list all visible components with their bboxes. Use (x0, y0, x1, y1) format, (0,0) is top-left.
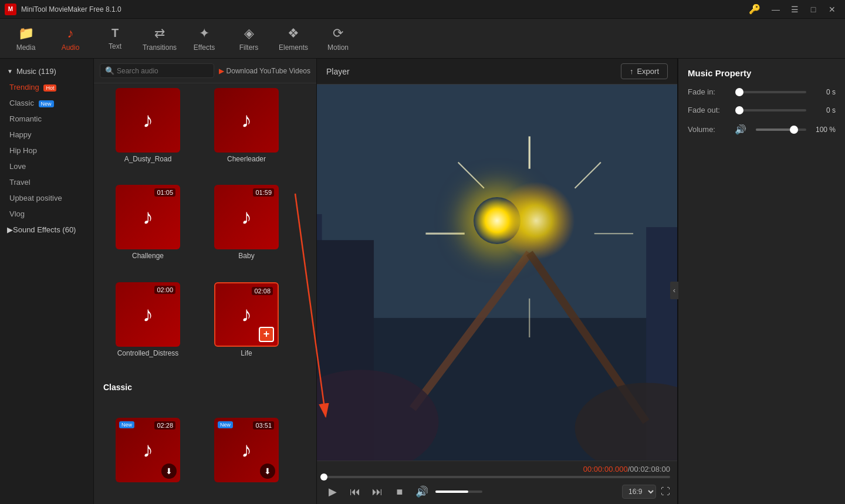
effects-icon: ✦ (199, 26, 209, 41)
volume-label: Volume: (688, 125, 735, 134)
media-icon: 📁 (18, 26, 34, 41)
music-note-challenge: ♪ (143, 205, 153, 229)
restore-button[interactable]: □ (805, 3, 822, 16)
sidebar-item-romantic[interactable]: Romantic (0, 111, 93, 127)
properties-title: Music Property (688, 68, 836, 78)
youtube-download-button[interactable]: ▶ Download YouTube Videos (219, 67, 310, 75)
audio-thumb-classic1[interactable]: New ♪ 02:28 ⬇ (116, 418, 180, 482)
fade-out-row: Fade out: 0 s (688, 106, 836, 114)
audio-card-dusty-road: ♪ A_Dusty_Road (101, 88, 195, 180)
add-to-timeline-button[interactable]: + (259, 327, 274, 342)
audio-thumb-classic2[interactable]: New ♪ 03:51 ⬇ (214, 418, 279, 482)
tab-audio[interactable]: ♪ Audio (49, 22, 92, 56)
fade-in-slider[interactable] (739, 91, 806, 93)
audio-thumb-life[interactable]: ♪ 02:08 + (214, 282, 279, 347)
sidebar-item-trending[interactable]: Trending Hot (0, 79, 93, 95)
life-duration: 02:08 (252, 287, 273, 295)
audio-thumb-challenge[interactable]: ♪ 01:05 (116, 185, 180, 249)
volume-fill (435, 491, 468, 493)
love-label: Love (9, 162, 26, 171)
motion-icon: ⟳ (333, 26, 343, 41)
search-icon: 🔍 (105, 66, 114, 75)
trending-label: Trending (9, 83, 39, 92)
audio-thumb-controlled-distress[interactable]: ♪ 02:00 (116, 282, 180, 347)
app-title: MiniTool MovieMaker Free 8.1.0 (21, 5, 749, 13)
volume-button[interactable]: 🔊 (413, 483, 431, 500)
close-button[interactable]: ✕ (824, 3, 840, 16)
music-note-c1: ♪ (143, 438, 153, 462)
volume-prop-fill (756, 128, 794, 131)
volume-prop-slider[interactable] (756, 128, 806, 131)
volume-slider[interactable] (435, 491, 482, 493)
tab-elements[interactable]: ❖ Elements (272, 22, 315, 56)
volume-prop-thumb[interactable] (790, 126, 798, 134)
audio-name-baby: Baby (238, 252, 254, 260)
sound-effects-header[interactable]: ▶ Sound Effects (60) (0, 222, 93, 238)
fullscreen-button[interactable]: ⛶ (661, 486, 670, 497)
volume-prop-value: 100 % (811, 126, 836, 134)
tab-media[interactable]: 📁 Media (5, 22, 47, 56)
audio-search-bar: 🔍 ▶ Download YouTube Videos (94, 59, 316, 83)
fade-out-value: 0 s (811, 106, 836, 114)
volume-row: Volume: 🔊 100 % (688, 124, 836, 135)
tab-text[interactable]: T Text (94, 22, 136, 56)
player-panel: Player ↑ Export (317, 59, 678, 504)
playback-progress-bar[interactable] (324, 476, 670, 478)
export-button[interactable]: ↑ Export (621, 63, 668, 79)
minimize-button[interactable]: — (768, 3, 784, 16)
audio-thumb-dusty-road[interactable]: ♪ (116, 88, 180, 153)
stop-button[interactable]: ■ (391, 483, 408, 500)
settings-button[interactable]: ☰ (786, 3, 803, 16)
audio-icon: ♪ (67, 26, 74, 41)
music-section-header[interactable]: ▼ Music (119) (0, 63, 93, 79)
aspect-ratio-select[interactable]: 16:9 9:16 4:3 1:1 (622, 485, 656, 499)
audio-name-dusty-road: A_Dusty_Road (124, 155, 172, 163)
fade-in-thumb[interactable] (735, 88, 743, 96)
music-note-c2: ♪ (241, 438, 252, 462)
sidebar-item-love[interactable]: Love (0, 158, 93, 174)
tab-effects[interactable]: ✦ Effects (183, 22, 225, 56)
prev-button[interactable]: ⏮ (346, 483, 364, 500)
audio-card-baby: ♪ 01:59 Baby (200, 185, 293, 277)
tab-text-label: Text (109, 42, 121, 50)
play-button[interactable]: ▶ (324, 483, 342, 500)
baby-duration: 01:59 (253, 188, 274, 197)
audio-panel: 🔍 ▶ Download YouTube Videos ♪ A_Dusty_Ro… (94, 59, 317, 504)
tab-motion[interactable]: ⟳ Motion (317, 22, 359, 56)
tab-filters[interactable]: ◈ Filters (228, 22, 270, 56)
audio-card-challenge: ♪ 01:05 Challenge (101, 185, 195, 277)
download-button-c1[interactable]: ⬇ (161, 464, 177, 479)
classic-section-label: Classic (99, 379, 312, 412)
sidebar-item-upbeat[interactable]: Upbeat positive (0, 190, 93, 206)
sidebar-item-vlog[interactable]: Vlog (0, 206, 93, 222)
audio-card-life: ♪ 02:08 + Life (200, 282, 293, 374)
sidebar-item-happy[interactable]: Happy (0, 127, 93, 143)
fade-in-row: Fade in: 0 s (688, 87, 836, 96)
search-input[interactable] (117, 67, 209, 75)
youtube-icon: ▶ (219, 67, 224, 75)
next-button[interactable]: ⏭ (369, 483, 386, 500)
music-note-baby: ♪ (241, 205, 252, 229)
fade-out-thumb[interactable] (735, 106, 743, 114)
audio-thumb-cheerleader[interactable]: ♪ (214, 88, 279, 153)
export-icon: ↑ (630, 67, 634, 76)
fade-out-label: Fade out: (688, 106, 735, 114)
sidebar-item-hiphop[interactable]: Hip Hop (0, 143, 93, 158)
sidebar-item-classic[interactable]: Classic New (0, 95, 93, 111)
properties-expand-button[interactable]: ‹ (670, 282, 678, 299)
audio-card-cheerleader: ♪ Cheerleader (200, 88, 293, 180)
search-box[interactable]: 🔍 (100, 63, 214, 78)
audio-thumb-baby[interactable]: ♪ 01:59 (214, 185, 279, 249)
sidebar-item-travel[interactable]: Travel (0, 174, 93, 190)
export-label: Export (637, 67, 659, 76)
progress-thumb[interactable] (320, 473, 327, 481)
classic2-duration: 03:51 (253, 421, 274, 429)
download-button-c2[interactable]: ⬇ (260, 464, 275, 479)
hiphop-label: Hip Hop (9, 146, 37, 155)
tab-transitions[interactable]: ⇄ Transitions (138, 22, 181, 56)
audio-card-classic2: New ♪ 03:51 ⬇ (200, 418, 293, 499)
fade-out-slider[interactable] (739, 109, 806, 111)
audio-name-controlled: Controlled_Distress (117, 349, 179, 357)
sidebar: ▼ Music (119) Trending Hot Classic New R… (0, 59, 94, 504)
preview-svg (317, 84, 677, 461)
